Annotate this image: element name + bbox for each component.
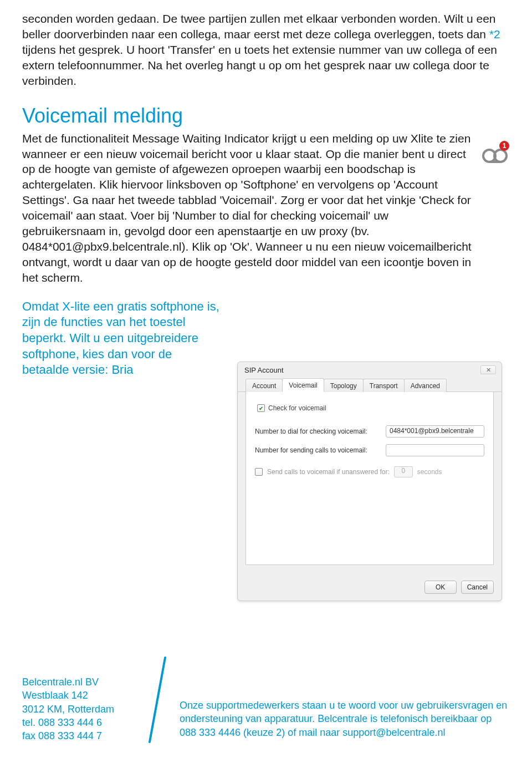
dialog-titlebar: SIP Account ✕	[238, 362, 502, 377]
send-number-input[interactable]	[386, 444, 484, 456]
dial-number-row: Number to dial for checking voicemail: 0…	[255, 425, 484, 438]
close-icon[interactable]: ✕	[480, 365, 496, 374]
voicemail-section: 1 Met de functionaliteit Message Waiting…	[22, 131, 510, 286]
tab-content-voicemail: ✔ Check for voicemail Number to dial for…	[245, 392, 494, 565]
dial-number-label: Number to dial for checking voicemail:	[255, 428, 381, 435]
intro-text-after: tijdens het gesprek. U hoort 'Transfer' …	[22, 43, 497, 87]
cancel-button[interactable]: Cancel	[461, 581, 494, 594]
divider-slash-icon	[144, 655, 171, 746]
badge-count: 1	[503, 142, 507, 150]
sip-account-dialog: SIP Account ✕ Account Voicemail Topology…	[237, 362, 502, 601]
company-city: 3012 KM, Rotterdam	[22, 703, 139, 716]
key-sequence: *2	[489, 28, 500, 40]
intro-paragraph: seconden worden gedaan. De twee partijen…	[22, 11, 510, 89]
company-fax: fax 088 333 444 7	[22, 729, 139, 742]
page-footer: Belcentrale.nl BV Westblaak 142 3012 KM,…	[22, 655, 510, 746]
dialog-title: SIP Account	[244, 366, 284, 374]
dialog-tabs: Account Voicemail Topology Transport Adv…	[238, 378, 502, 392]
dial-number-input[interactable]: 0484*001@pbx9.belcentrale	[386, 425, 484, 438]
bria-note: Omdat X-lite een gratis softphone is, zi…	[22, 299, 222, 378]
check-for-voicemail-row: ✔ Check for voicemail	[257, 404, 484, 412]
svg-line-4	[150, 658, 165, 742]
unanswered-checkbox[interactable]: ✔	[255, 468, 263, 476]
check-for-voicemail-label: Check for voicemail	[268, 404, 326, 412]
unanswered-seconds-input[interactable]: 0	[394, 466, 413, 477]
intro-text-before: seconden worden gedaan. De twee partijen…	[22, 12, 496, 40]
company-street: Westblaak 142	[22, 689, 139, 702]
tab-voicemail[interactable]: Voicemail	[282, 378, 324, 392]
section-title-voicemail: Voicemail melding	[22, 104, 510, 128]
tab-topology[interactable]: Topology	[324, 379, 364, 392]
dialog-button-row: OK Cancel	[424, 581, 494, 594]
unanswered-row: ✔ Send calls to voicemail if unanswered …	[255, 466, 484, 477]
seconds-label: seconds	[417, 468, 442, 476]
voicemail-paragraph: Met de functionaliteit Message Waiting I…	[22, 131, 510, 286]
tab-transport[interactable]: Transport	[363, 379, 405, 392]
check-for-voicemail-checkbox[interactable]: ✔	[257, 404, 265, 412]
company-tel: tel. 088 333 444 6	[22, 716, 139, 729]
voicemail-badge-icon: 1	[480, 141, 510, 167]
ok-button[interactable]: OK	[424, 581, 457, 594]
send-number-label: Number for sending calls to voicemail:	[255, 446, 381, 454]
send-number-row: Number for sending calls to voicemail:	[255, 444, 484, 456]
company-address: Belcentrale.nl BV Westblaak 142 3012 KM,…	[22, 655, 139, 746]
unanswered-label: Send calls to voicemail if unanswered fo…	[267, 468, 390, 476]
support-text: Onze supportmedewerkers staan u te woord…	[180, 655, 510, 746]
company-name: Belcentrale.nl BV	[22, 675, 139, 689]
tab-account[interactable]: Account	[245, 379, 283, 392]
tab-advanced[interactable]: Advanced	[404, 379, 447, 392]
